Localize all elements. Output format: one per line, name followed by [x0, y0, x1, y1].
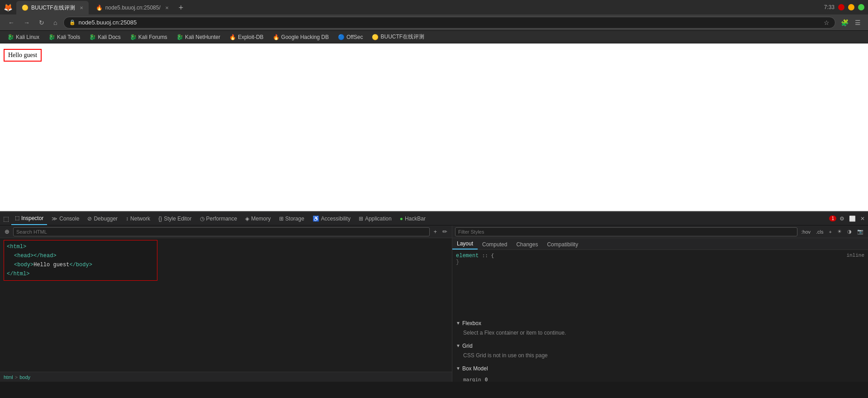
devtools-right-icons: 1 ⚙ ⬜ ✕ [828, 214, 866, 223]
bookmark-kali-forums[interactable]: 🐉 Kali Forums [126, 33, 171, 42]
forward-button[interactable]: → [21, 18, 33, 27]
bookmark-star-icon: ☆ [824, 19, 830, 26]
tab-node5[interactable]: 🔥 node5.buuoj.cn:25085/ ✕ [90, 1, 174, 14]
devtools-settings-button[interactable]: ⚙ [838, 214, 846, 223]
maximize-window-button[interactable] [858, 4, 864, 10]
devtools-tab-console[interactable]: ≫ Console [48, 212, 83, 225]
layout-section-boxmodel-label: Box Model [462, 365, 488, 372]
html-line-body: <body>Hello guest</body> [7, 260, 154, 269]
menu-button[interactable]: ☰ [853, 17, 863, 28]
styles-tab-label: Computed [482, 241, 507, 248]
hackbar-icon: ● [400, 216, 403, 222]
layout-section-boxmodel: ▼ Box Model margin 0 border 0 p [456, 364, 864, 382]
page-viewport: Hello guest [0, 43, 868, 211]
html-line-html-close: </html> [7, 269, 154, 278]
devtools-tab-performance[interactable]: ◷ Performance [196, 212, 241, 225]
inspector-icon: ⬚ [15, 215, 19, 221]
reload-button[interactable]: ↻ [36, 18, 47, 27]
bookmark-label: OffSec [346, 34, 363, 40]
tab-close-button2[interactable]: ✕ [165, 5, 169, 10]
layout-section-flexbox: ▼ Flexbox Select a Flex container or ite… [456, 319, 864, 338]
styles-filter-input[interactable] [455, 227, 797, 236]
bookmark-google-hacking-db[interactable]: 🔥 Google Hacking DB [269, 33, 332, 42]
tab-buuctf[interactable]: 🟡 BUUCTF在线评测 ✕ [16, 1, 89, 14]
bookmark-kali-linux[interactable]: 🐉 Kali Linux [4, 33, 43, 42]
breadcrumb-body[interactable]: body [19, 374, 30, 380]
bookmark-exploit-db[interactable]: 🔥 Exploit-DB [226, 33, 267, 42]
application-icon: ⊞ [359, 216, 363, 222]
devtools-tab-accessibility[interactable]: ♿ Accessibility [309, 212, 354, 225]
tab-label: BUUCTF在线评测 [31, 4, 75, 12]
styles-tab-computed[interactable]: Computed [478, 240, 512, 249]
devtools-tab-label: Network [130, 216, 150, 222]
styles-cls-button[interactable]: .cls [814, 228, 825, 235]
layout-section-boxmodel-header[interactable]: ▼ Box Model [456, 364, 864, 373]
extensions-button[interactable]: 🧩 [839, 17, 850, 28]
devtools-tab-application[interactable]: ⊞ Application [355, 212, 395, 225]
devtools-close-button[interactable]: ✕ [859, 214, 866, 223]
styles-tab-label: Changes [516, 241, 538, 248]
devtools-inspector-toggle[interactable]: ⬚ [2, 214, 10, 224]
bookmark-offsec[interactable]: 🔵 OffSec [334, 33, 366, 42]
styles-add-button[interactable]: + [827, 228, 834, 235]
flexbox-body-text: Select a Flex container or item to conti… [463, 330, 566, 336]
bookmark-kali-nethunter[interactable]: 🐉 Kali NetHunter [173, 33, 224, 42]
performance-icon: ◷ [200, 216, 204, 222]
url-box[interactable]: 🔒 node5.buuoj.cn:25085 ☆ [63, 17, 835, 29]
hello-guest-box: Hello guest [4, 49, 42, 62]
devtools-tab-label: Console [59, 216, 79, 222]
html-panel: ⊕ + ✏ <html> <head></head> <body>Hello g… [0, 225, 452, 382]
bookmarks-bar: 🐉 Kali Linux 🐉 Kali Tools 🐉 Kali Docs 🐉 … [0, 31, 868, 43]
storage-icon: ⊞ [279, 216, 284, 222]
html-edit-button[interactable]: ✏ [441, 227, 449, 236]
html-add-node-button[interactable]: + [432, 227, 439, 236]
styles-tab-changes[interactable]: Changes [512, 240, 542, 249]
devtools-tab-network[interactable]: ↕ Network [122, 212, 154, 225]
new-tab-button[interactable]: + [176, 3, 186, 13]
layout-section-grid-header[interactable]: ▼ Grid [456, 341, 864, 350]
devtools-tab-style-editor[interactable]: {} Style Editor [155, 212, 195, 225]
layout-section-flexbox-header[interactable]: ▼ Flexbox [456, 319, 864, 328]
styles-screenshot-button[interactable]: 📷 [855, 228, 865, 235]
pick-element-button[interactable]: ⊕ [3, 227, 11, 236]
bookmark-kali-docs[interactable]: 🐉 Kali Docs [85, 33, 124, 42]
devtools-tab-label: Performance [206, 216, 237, 222]
tab-close-button[interactable]: ✕ [80, 5, 83, 10]
styles-content: element :: { inline } [452, 250, 868, 316]
tab-label2: node5.buuoj.cn:25085/ [105, 5, 161, 11]
layout-section-grid: ▼ Grid CSS Grid is not in use on this pa… [456, 341, 864, 360]
layout-section-flexbox-body: Select a Flex container or item to conti… [456, 328, 864, 338]
styles-light-button[interactable]: ☀ [835, 228, 844, 235]
devtools-dock-button[interactable]: ⬜ [848, 214, 857, 223]
back-button[interactable]: ← [5, 18, 17, 27]
styles-panel: :hov .cls + ☀ ◑ 📷 Layout Computed Change… [452, 225, 868, 382]
bookmark-label: Kali NetHunter [185, 34, 220, 40]
close-window-button[interactable] [838, 4, 844, 10]
styles-tab-compatibility[interactable]: Compatibility [542, 240, 583, 249]
toolbar-right: 🧩 ☰ [839, 17, 863, 28]
bookmark-kali-tools[interactable]: 🐉 Kali Tools [45, 33, 84, 42]
bookmark-buuctf[interactable]: 🟡 BUUCTF在线评测 [368, 32, 428, 42]
styles-hov-button[interactable]: :hov [799, 228, 812, 235]
devtools-tab-hackbar[interactable]: ● HackBar [396, 212, 429, 225]
bookmark-label: Kali Tools [57, 34, 80, 40]
style-editor-icon: {} [158, 216, 162, 222]
breadcrumb-html[interactable]: html [4, 374, 13, 380]
devtools-toolbar: ⬚ ⬚ Inspector ≫ Console ⊘ Debugger ↕ Net… [0, 211, 868, 225]
bookmark-icon-kali-tools: 🐉 [48, 34, 55, 40]
devtools-tab-inspector[interactable]: ⬚ Inspector [11, 212, 47, 225]
flexbox-arrow-icon: ▼ [456, 321, 460, 326]
devtools-tab-memory[interactable]: ◈ Memory [242, 212, 274, 225]
devtools-tab-debugger[interactable]: ⊘ Debugger [84, 212, 121, 225]
bookmark-label: Kali Forums [138, 34, 167, 40]
bookmark-icon-kali-docs: 🐉 [89, 34, 96, 40]
devtools: ⬚ ⬚ Inspector ≫ Console ⊘ Debugger ↕ Net… [0, 211, 868, 382]
styles-dark-button[interactable]: ◑ [845, 228, 854, 235]
html-search-input[interactable] [13, 227, 430, 236]
devtools-tab-label: HackBar [405, 216, 426, 222]
title-bar: 🦊 🟡 BUUCTF在线评测 ✕ 🔥 node5.buuoj.cn:25085/… [0, 0, 868, 14]
styles-tab-layout[interactable]: Layout [452, 239, 478, 249]
home-button[interactable]: ⌂ [51, 18, 60, 27]
minimize-window-button[interactable] [848, 4, 854, 10]
devtools-tab-storage[interactable]: ⊞ Storage [275, 212, 308, 225]
